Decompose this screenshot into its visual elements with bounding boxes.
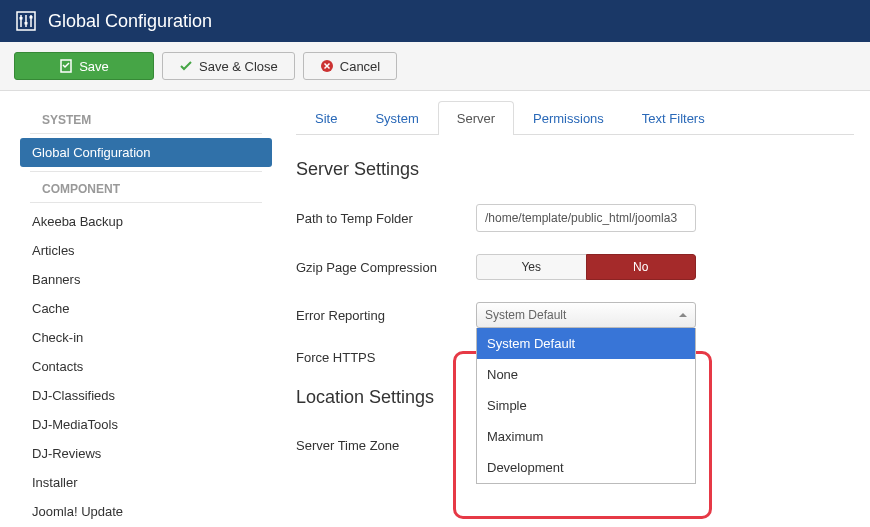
field-gzip: Gzip Page Compression Yes No	[296, 254, 854, 280]
check-icon	[179, 59, 193, 73]
gzip-yes[interactable]: Yes	[476, 254, 586, 280]
sliders-icon	[16, 11, 36, 31]
label-timezone: Server Time Zone	[296, 438, 476, 453]
toolbar: Save Save & Close Cancel	[0, 42, 870, 91]
gzip-no[interactable]: No	[586, 254, 697, 280]
option-simple[interactable]: Simple	[477, 390, 695, 421]
sidebar: SYSTEM Global Configuration COMPONENT Ak…	[0, 91, 280, 527]
section-server-settings: Server Settings	[296, 159, 854, 180]
tab-server[interactable]: Server	[438, 101, 514, 135]
tabs: Site System Server Permissions Text Filt…	[296, 101, 854, 135]
save-button[interactable]: Save	[14, 52, 154, 80]
save-close-label: Save & Close	[199, 59, 278, 74]
save-label: Save	[79, 59, 109, 74]
input-path-tmp[interactable]	[476, 204, 696, 232]
tab-textfilters[interactable]: Text Filters	[623, 101, 724, 135]
option-development[interactable]: Development	[477, 452, 695, 483]
sidebar-group-component: COMPONENT	[30, 176, 262, 203]
cancel-label: Cancel	[340, 59, 380, 74]
sidebar-item-banners[interactable]: Banners	[20, 265, 272, 294]
tab-system[interactable]: System	[356, 101, 437, 135]
tab-permissions[interactable]: Permissions	[514, 101, 623, 135]
sidebar-group-system: SYSTEM	[30, 107, 262, 134]
option-maximum[interactable]: Maximum	[477, 421, 695, 452]
svg-rect-4	[20, 17, 23, 20]
label-path-tmp: Path to Temp Folder	[296, 211, 476, 226]
sidebar-item-checkin[interactable]: Check-in	[20, 323, 272, 352]
field-path-tmp: Path to Temp Folder	[296, 204, 854, 232]
sidebar-item-contacts[interactable]: Contacts	[20, 352, 272, 381]
field-error-reporting: Error Reporting System Default System De…	[296, 302, 854, 328]
apply-icon	[59, 59, 73, 73]
divider	[30, 171, 262, 172]
page-title: Global Configuration	[48, 11, 212, 32]
cancel-icon	[320, 59, 334, 73]
cancel-button[interactable]: Cancel	[303, 52, 397, 80]
label-error-reporting: Error Reporting	[296, 308, 476, 323]
svg-rect-6	[30, 16, 33, 19]
save-close-button[interactable]: Save & Close	[162, 52, 295, 80]
sidebar-item-joomlaupdate[interactable]: Joomla! Update	[20, 497, 272, 526]
sidebar-item-cache[interactable]: Cache	[20, 294, 272, 323]
select-error-reporting[interactable]: System Default	[476, 302, 696, 328]
label-gzip: Gzip Page Compression	[296, 260, 476, 275]
label-force-https: Force HTTPS	[296, 350, 476, 365]
sidebar-item-global-config[interactable]: Global Configuration	[20, 138, 272, 167]
svg-rect-5	[25, 22, 28, 25]
sidebar-item-akeeba[interactable]: Akeeba Backup	[20, 207, 272, 236]
option-system-default[interactable]: System Default	[477, 328, 695, 359]
error-reporting-dropdown: System Default None Simple Maximum Devel…	[476, 328, 696, 484]
sidebar-item-djreviews[interactable]: DJ-Reviews	[20, 439, 272, 468]
sidebar-item-installer[interactable]: Installer	[20, 468, 272, 497]
sidebar-item-djmediatools[interactable]: DJ-MediaTools	[20, 410, 272, 439]
option-none[interactable]: None	[477, 359, 695, 390]
main-content: Site System Server Permissions Text Filt…	[280, 91, 870, 527]
gzip-radio-group: Yes No	[476, 254, 696, 280]
header: Global Configuration	[0, 0, 870, 42]
sidebar-item-articles[interactable]: Articles	[20, 236, 272, 265]
sidebar-item-djclassifieds[interactable]: DJ-Classifieds	[20, 381, 272, 410]
tab-site[interactable]: Site	[296, 101, 356, 135]
